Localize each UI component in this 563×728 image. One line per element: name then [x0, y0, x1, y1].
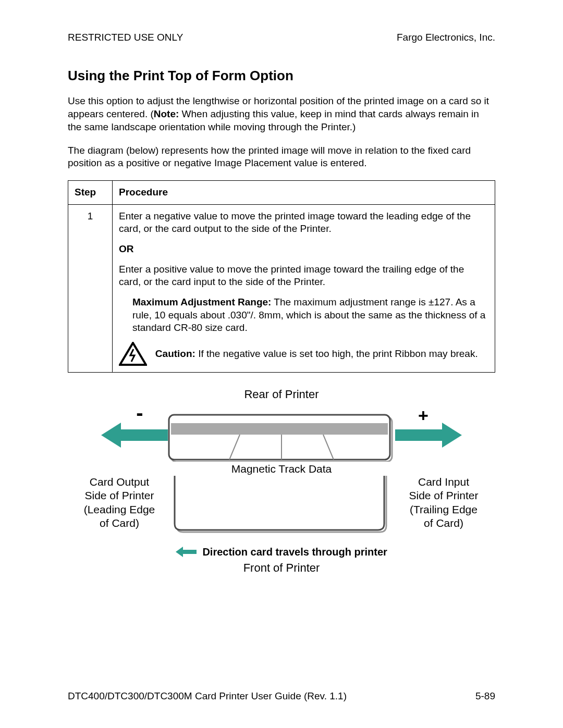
footer-right: 5-89 [475, 690, 495, 703]
diagram-svg: - + [83, 404, 480, 462]
left4: of Card) [78, 516, 161, 530]
note-label: Note: [154, 108, 179, 119]
svg-rect-6 [169, 415, 390, 460]
proc-negative: Enter a negative value to move the print… [119, 210, 488, 236]
right1: Card Input [402, 475, 485, 489]
diagram-labels-row: Card Output Side of Printer (Leading Edg… [68, 464, 495, 542]
document-page: RESTRICTED USE ONLY Fargo Electronics, I… [0, 0, 563, 728]
mag-label: Magnetic Track Data [169, 462, 394, 476]
page-footer: DTC400/DTC300/DTC300M Card Printer User … [68, 690, 495, 703]
footer-left: DTC400/DTC300/DTC300M Card Printer User … [68, 690, 347, 703]
svg-rect-11 [182, 550, 197, 554]
direction-row: Direction card travels through printer [68, 545, 495, 559]
step-number: 1 [68, 204, 113, 373]
svg-rect-1 [120, 429, 168, 441]
range-label: Maximum Adjustment Range: [132, 297, 271, 307]
right2: Side of Printer [402, 489, 485, 502]
proc-caution: Caution: If the negative value is set to… [119, 342, 488, 367]
diagram-rear-label: Rear of Printer [68, 387, 495, 402]
page-header: RESTRICTED USE ONLY Fargo Electronics, I… [68, 31, 495, 44]
left1: Card Output [78, 475, 161, 489]
header-right: Fargo Electronics, Inc. [397, 31, 495, 44]
direction-caption: Direction card travels through printer [202, 545, 387, 559]
intro-paragraph-1: Use this option to adjust the lengthwise… [68, 95, 495, 133]
right4: of Card) [402, 516, 485, 530]
svg-rect-7 [171, 423, 388, 435]
minus-label: - [136, 404, 143, 424]
svg-marker-0 [120, 343, 146, 365]
caution-icon [119, 342, 147, 367]
left2: Side of Printer [78, 489, 161, 502]
diagram: Rear of Printer - + Card Output Side [68, 387, 495, 575]
table-row: 1 Enter a negative value to move the pri… [68, 204, 495, 373]
proc-or: OR [119, 243, 488, 256]
procedure-table: Step Procedure 1 Enter a negative value … [68, 180, 495, 373]
left-side-label: Card Output Side of Printer (Leading Edg… [78, 475, 161, 530]
direction-arrow-icon [176, 547, 197, 557]
procedure-cell: Enter a negative value to move the print… [113, 204, 495, 373]
svg-marker-12 [176, 547, 183, 557]
proc-range: Maximum Adjustment Range: The maximum ad… [132, 296, 488, 335]
header-left: RESTRICTED USE ONLY [68, 31, 183, 44]
page-title: Using the Print Top of Form Option [68, 67, 495, 85]
col-step: Step [68, 180, 113, 204]
right3: (Trailing Edge [402, 503, 485, 516]
center-card-label: Magnetic Track Data [169, 464, 394, 542]
right-side-label: Card Input Side of Printer (Trailing Edg… [402, 475, 485, 530]
svg-marker-2 [101, 423, 121, 448]
col-procedure: Procedure [113, 180, 495, 204]
card-bottom-svg [169, 476, 394, 538]
plus-label: + [418, 405, 429, 425]
proc-positive: Enter a positive value to move the print… [119, 263, 488, 289]
svg-marker-4 [442, 423, 462, 448]
left3: (Leading Edge [78, 503, 161, 516]
caution-text: If the negative value is set too high, t… [195, 348, 478, 359]
diagram-front-label: Front of Printer [68, 561, 495, 576]
table-header-row: Step Procedure [68, 180, 495, 204]
svg-rect-3 [395, 429, 443, 441]
intro-paragraph-2: The diagram (below) represents how the p… [68, 144, 495, 170]
caution-label: Caution: [155, 348, 195, 359]
